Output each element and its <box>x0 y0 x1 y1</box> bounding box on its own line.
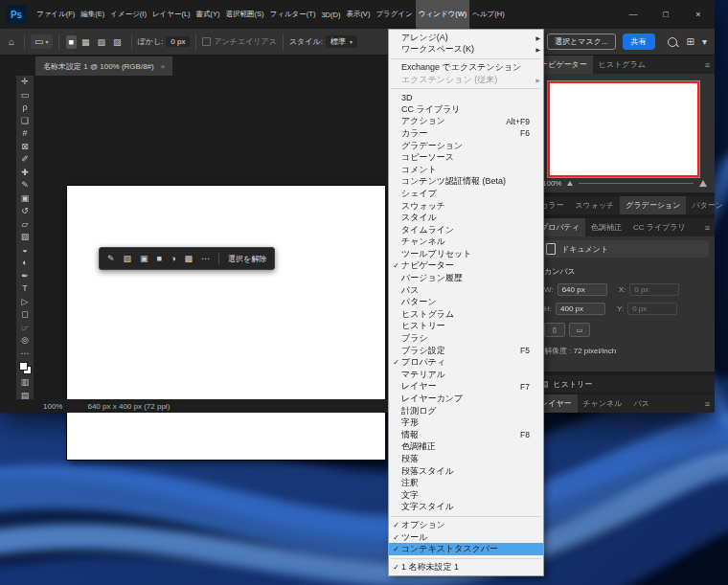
deselect-button[interactable]: 選択を解除 <box>228 254 266 264</box>
frame-tool[interactable]: ⊠ <box>16 141 34 154</box>
portrait-orientation-button[interactable]: ▯ <box>544 323 565 337</box>
menu-item[interactable]: 情報 F8 <box>389 429 543 441</box>
brush-tool[interactable]: ✎ <box>16 179 34 192</box>
menu-item[interactable]: グラデーション <box>389 140 543 152</box>
lasso-tool[interactable]: ρ <box>16 101 34 115</box>
menu-item[interactable]: スウォッチ <box>389 200 543 213</box>
menu-item[interactable]: ブラシ <box>389 332 543 345</box>
select-brush-icon[interactable]: ✎ <box>107 254 115 263</box>
select-and-mask-button[interactable]: 選択とマスク... <box>547 34 615 50</box>
menu-item[interactable]: 1 名称未設定 1 <box>389 561 543 574</box>
transform-icon[interactable]: ▩ <box>184 254 193 263</box>
menu-item[interactable]: 色調補正 <box>389 441 543 454</box>
menu-title[interactable]: ファイル(F) <box>34 0 78 29</box>
menu-item[interactable]: レイヤー F7 <box>389 381 543 394</box>
menu-item[interactable]: チャンネル <box>389 236 543 249</box>
canvas-height-field[interactable]: 400 px <box>556 303 605 315</box>
menu-item[interactable] <box>389 513 543 519</box>
home-icon[interactable]: ⌂ <box>9 36 14 47</box>
navigator-zoom-slider[interactable] <box>579 183 694 184</box>
panel-tab[interactable]: スウォッチ <box>569 196 620 214</box>
menu-item[interactable] <box>389 85 543 91</box>
menu-item[interactable]: パス <box>389 284 543 297</box>
menu-item[interactable]: ツールプリセット <box>389 248 543 260</box>
menu-item[interactable]: ヒストグラム <box>389 308 543 321</box>
crop-tool[interactable]: # <box>16 127 34 141</box>
move-tool[interactable]: ✛ <box>16 76 34 89</box>
maximize-button[interactable]: □ <box>649 0 682 29</box>
add-selection-icon[interactable]: ▦ <box>79 35 93 49</box>
more-options-icon[interactable]: ⋯ <box>201 254 210 263</box>
menu-title[interactable]: ヘルプ(H) <box>469 0 507 29</box>
menu-title[interactable]: ウィンドウ(W) <box>416 0 469 29</box>
menu-item[interactable]: エクステンション (従来) <box>389 74 543 86</box>
navigator-preview[interactable] <box>548 81 699 177</box>
menu-item[interactable]: Exchange でエクステンションを検索 (従来)... <box>389 61 543 74</box>
blur-tool[interactable]: ◒ <box>16 244 34 258</box>
panel-tab[interactable]: グラデーション <box>620 196 686 214</box>
path-selection-tool[interactable]: ▷ <box>16 296 34 309</box>
history-panel-header[interactable]: ▤ ヒストリー <box>535 375 715 393</box>
color-swatches[interactable] <box>19 362 32 374</box>
menu-item[interactable] <box>389 56 543 61</box>
panel-menu-icon[interactable]: ≡ <box>705 223 710 233</box>
menu-title[interactable]: レイヤー(L) <box>149 0 193 29</box>
antialias-checkbox[interactable] <box>202 37 211 46</box>
menu-item[interactable]: ナビゲーター <box>389 260 543 273</box>
menu-title[interactable]: フィルター(T) <box>267 0 319 29</box>
panel-tab[interactable]: ヒストグラム <box>593 56 651 74</box>
menu-title[interactable]: 表示(V) <box>343 0 373 29</box>
healing-brush-tool[interactable]: ✚ <box>16 167 34 180</box>
canvas-y-field[interactable]: 0 px <box>627 303 677 315</box>
canvas-width-field[interactable]: 640 px <box>557 283 607 296</box>
history-brush-tool[interactable]: ↺ <box>16 205 34 218</box>
remove-background-icon[interactable]: ▣ <box>140 254 148 263</box>
new-selection-icon[interactable]: ■ <box>66 35 77 49</box>
mask-icon[interactable]: ◑ <box>171 254 175 263</box>
panel-tab[interactable]: パターン <box>686 196 728 214</box>
landscape-orientation-button[interactable]: ▭ <box>569 323 590 337</box>
menu-item[interactable]: 3D <box>389 91 543 103</box>
dodge-tool[interactable]: ◐ <box>16 257 34 270</box>
document-header[interactable]: ドキュメント <box>540 240 709 258</box>
menu-item[interactable]: ツール <box>389 531 543 544</box>
menu-item[interactable]: マテリアル <box>389 369 543 381</box>
canvas[interactable] <box>67 186 385 460</box>
gradient-tool[interactable]: ▨ <box>16 231 34 244</box>
menu-item[interactable]: 文字 <box>389 489 543 502</box>
panel-menu-icon[interactable]: ≡ <box>705 399 710 409</box>
intersect-selection-icon[interactable]: ▨ <box>110 35 125 49</box>
zoom-level-field[interactable]: 100% <box>43 402 62 411</box>
menu-item[interactable]: レイヤーカンプ <box>389 393 543 405</box>
menu-item[interactable]: 計測ログ <box>389 405 543 417</box>
canvas-x-field[interactable]: 0 px <box>629 283 679 296</box>
menu-item[interactable]: プロパティ <box>389 356 543 369</box>
foreground-color-swatch[interactable] <box>19 362 28 371</box>
marquee-tool[interactable]: ▭ <box>16 89 34 102</box>
menu-title[interactable]: 書式(Y) <box>193 0 223 29</box>
search-icon[interactable] <box>668 37 677 47</box>
panel-tab[interactable]: パス <box>628 394 655 413</box>
navigator-zoom-value[interactable]: 100% <box>542 179 561 188</box>
panel-tab[interactable]: 色調補正 <box>585 218 627 236</box>
menu-title[interactable]: 選択範囲(S) <box>223 0 267 29</box>
menu-title[interactable]: 3D(D) <box>318 0 343 29</box>
clone-stamp-tool[interactable]: ▣ <box>16 192 34 206</box>
menu-item[interactable]: コピーソース <box>389 151 543 164</box>
edit-toolbar-icon[interactable]: ⋯ <box>16 348 34 361</box>
document-tab[interactable]: 名称未設定 1 @ 100% (RGB/8#) × <box>35 56 172 76</box>
menu-item[interactable]: ヒストリー <box>389 321 543 333</box>
close-tab-icon[interactable]: × <box>161 62 166 71</box>
subtract-selection-icon[interactable]: ▧ <box>94 35 108 49</box>
style-dropdown[interactable]: 標準 ▾ <box>326 35 357 48</box>
share-button[interactable]: 共有 <box>623 34 655 50</box>
select-subject-icon[interactable]: ▧ <box>124 254 132 263</box>
panel-tab[interactable]: チャンネル <box>578 394 628 413</box>
zoom-tool[interactable]: ◎ <box>16 334 34 348</box>
object-selection-tool[interactable]: ❏ <box>16 115 34 128</box>
menu-item[interactable]: パターン <box>389 296 543 308</box>
panel-menu-icon[interactable]: ≡ <box>705 60 710 70</box>
menu-item[interactable]: タイムライン <box>389 224 543 236</box>
hand-tool[interactable]: ☞ <box>16 322 34 335</box>
menu-item[interactable]: アレンジ(A) <box>389 32 543 44</box>
